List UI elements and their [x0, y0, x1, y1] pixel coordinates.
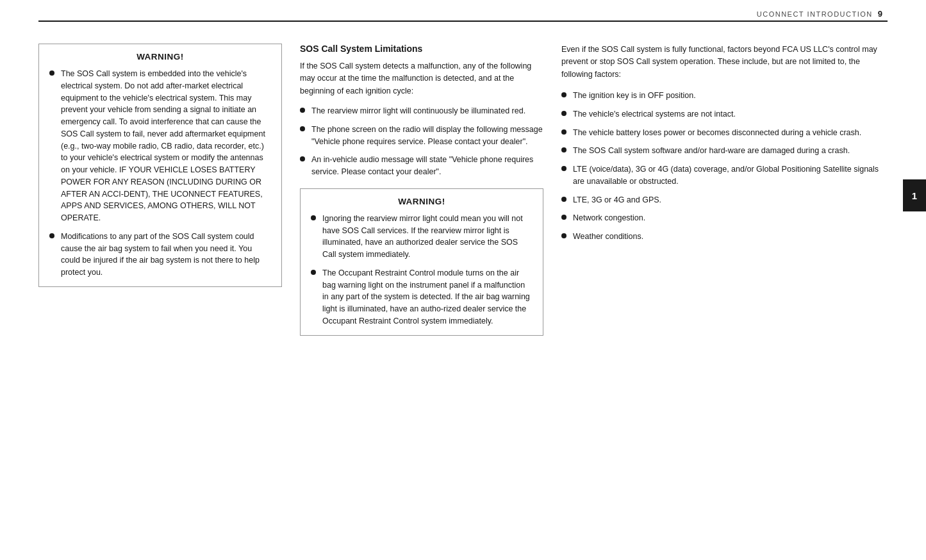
list-item: Ignoring the rearview mirror light could…: [311, 213, 533, 261]
bullet-text: LTE, 3G or 4G and GPS.: [573, 194, 888, 206]
middle-warning-title: WARNING!: [311, 197, 533, 206]
left-warning-box: WARNING! The SOS Call system is embedded…: [38, 44, 282, 287]
sos-section-intro: If the SOS Call system detects a malfunc…: [300, 60, 543, 97]
list-item: The SOS Call system is embedded into the…: [49, 68, 271, 224]
header-title: UCONNECT INTRODUCTION: [757, 10, 873, 18]
sos-bullet-list: The rearview mirror light will continuou…: [300, 105, 543, 178]
left-bullet-list: The SOS Call system is embedded into the…: [49, 68, 271, 279]
list-item: An in-vehicle audio message will state "…: [300, 154, 543, 178]
list-item: Network congestion.: [561, 212, 888, 224]
top-rule: [38, 21, 888, 22]
list-item: LTE, 3G or 4G and GPS.: [561, 194, 888, 206]
bullet-dot: [561, 129, 566, 135]
bullet-dot: [311, 270, 316, 275]
bullet-text: The vehicle battery loses power or becom…: [573, 127, 888, 139]
bullet-dot: [49, 70, 54, 76]
list-item: Modifications to any part of the SOS Cal…: [49, 231, 271, 279]
bullet-dot: [300, 126, 305, 131]
col-right: Even if the SOS Call system is fully fun…: [561, 31, 888, 547]
list-item: The phone screen on the radio will displ…: [300, 124, 543, 148]
left-warning-title: WARNING!: [49, 52, 271, 62]
page-container: UCONNECT INTRODUCTION 9 1 WARNING! The S…: [0, 0, 926, 560]
side-tab-label: 1: [912, 190, 917, 201]
list-item: The ignition key is in OFF position.: [561, 90, 888, 102]
bullet-dot: [561, 147, 566, 152]
bullet-text: The vehicle's electrical systems are not…: [573, 108, 888, 120]
list-item: The SOS Call system software and/or hard…: [561, 145, 888, 157]
bullet-dot: [49, 233, 54, 238]
bullet-dot: [561, 111, 566, 116]
content-area: WARNING! The SOS Call system is embedded…: [38, 31, 888, 547]
bullet-text: Modifications to any part of the SOS Cal…: [61, 231, 271, 279]
bullet-text: An in-vehicle audio message will state "…: [311, 154, 543, 178]
bullet-text: Ignoring the rearview mirror light could…: [322, 213, 533, 261]
bullet-text: The phone screen on the radio will displ…: [311, 124, 543, 148]
list-item: The vehicle's electrical systems are not…: [561, 108, 888, 120]
middle-warning-box: WARNING! Ignoring the rearview mirror li…: [300, 188, 543, 336]
list-item: The vehicle battery loses power or becom…: [561, 127, 888, 139]
middle-warning-bullet-list: Ignoring the rearview mirror light could…: [311, 213, 533, 327]
list-item: LTE (voice/data), 3G or 4G (data) covera…: [561, 163, 888, 188]
col-middle: SOS Call System Limitations If the SOS C…: [300, 31, 543, 547]
bullet-text: Weather conditions.: [573, 231, 888, 243]
right-col-intro: Even if the SOS Call system is fully fun…: [561, 44, 888, 81]
bullet-dot: [561, 92, 566, 97]
bullet-dot: [300, 156, 305, 161]
side-tab: 1: [903, 179, 926, 211]
bullet-dot: [561, 166, 566, 171]
bullet-text: The SOS Call system is embedded into the…: [61, 68, 271, 224]
bullet-dot: [311, 215, 316, 220]
bullet-text: Network congestion.: [573, 212, 888, 224]
bullet-text: The Occupant Restraint Control module tu…: [322, 267, 533, 327]
right-bullet-list: The ignition key is in OFF position. The…: [561, 90, 888, 243]
bullet-dot: [561, 197, 566, 202]
page-header: UCONNECT INTRODUCTION 9: [757, 9, 882, 19]
list-item: The rearview mirror light will continuou…: [300, 105, 543, 117]
col-left: WARNING! The SOS Call system is embedded…: [38, 31, 282, 547]
bullet-text: LTE (voice/data), 3G or 4G (data) covera…: [573, 163, 888, 188]
header-page-number: 9: [878, 9, 882, 19]
bullet-dot: [561, 233, 566, 238]
bullet-text: The rearview mirror light will continuou…: [311, 105, 543, 117]
list-item: Weather conditions.: [561, 231, 888, 243]
bullet-text: The SOS Call system software and/or hard…: [573, 145, 888, 157]
bullet-dot: [561, 215, 566, 220]
sos-section-heading: SOS Call System Limitations: [300, 44, 543, 54]
list-item: The Occupant Restraint Control module tu…: [311, 267, 533, 327]
bullet-text: The ignition key is in OFF position.: [573, 90, 888, 102]
bullet-dot: [300, 108, 305, 113]
